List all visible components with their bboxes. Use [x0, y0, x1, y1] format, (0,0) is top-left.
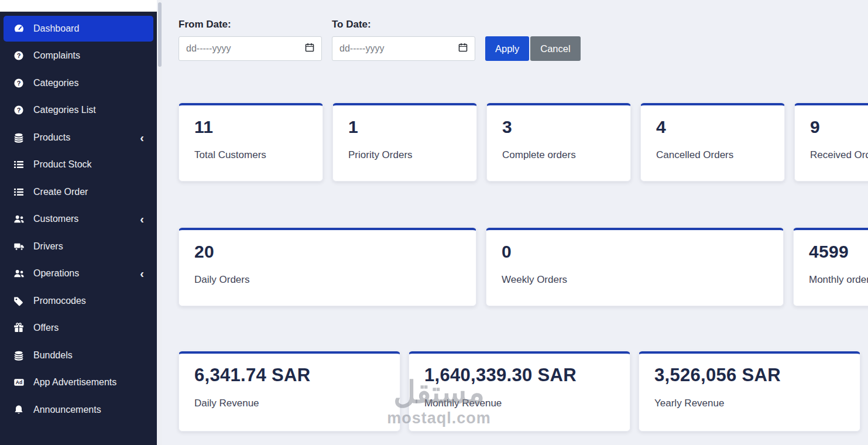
- sidebar-item-label: App Advertisements: [33, 377, 116, 388]
- sidebar-item-categories[interactable]: ? Categories: [4, 70, 153, 96]
- sidebar-item-label: Promocodes: [33, 296, 86, 306]
- sidebar-item-complaints[interactable]: ? Complaints: [4, 43, 153, 69]
- chevron-left-icon: ‹: [140, 268, 144, 279]
- stat-label: Priority Orders: [348, 149, 461, 162]
- stat-card-yearly-revenue: 3,526,056 SAR Yearly Revenue: [639, 351, 860, 432]
- sidebar-item-label: Create Order: [33, 187, 88, 197]
- sidebar-item-label: Product Stock: [33, 159, 92, 170]
- stat-value: 3: [502, 117, 615, 137]
- tag-icon: [13, 296, 25, 306]
- sidebar-item-label: Drivers: [33, 241, 63, 252]
- stat-value: 20: [194, 242, 461, 262]
- stat-card-priority-orders: 1 Priority Orders: [332, 103, 477, 182]
- stats-row-2: 20 Daily Orders 0 Weekly Orders 4599 Mon…: [179, 228, 868, 306]
- stat-value: 0: [502, 242, 768, 262]
- stat-value: 6,341.74 SAR: [194, 365, 385, 385]
- from-date-placeholder: dd-----yyyy: [186, 43, 231, 54]
- svg-text:?: ?: [17, 79, 21, 86]
- sidebar-item-label: Operations: [33, 268, 79, 279]
- cancel-button[interactable]: Cancel: [530, 36, 580, 61]
- list-icon: [13, 187, 25, 197]
- question-circle-icon: ?: [13, 78, 25, 88]
- chevron-left-icon: ‹: [140, 132, 144, 143]
- stat-label: Received Orders: [810, 149, 868, 162]
- sidebar-item-announcements[interactable]: Announcements: [4, 397, 153, 423]
- sidebar-top-strip: [0, 0, 157, 12]
- sidebar-item-app-advertisements[interactable]: Ad App Advertisements: [4, 369, 153, 395]
- filter-buttons: Apply Cancel: [485, 36, 581, 61]
- question-circle-icon: ?: [13, 105, 25, 115]
- stat-value: 4: [656, 117, 769, 137]
- ad-icon: Ad: [13, 377, 25, 388]
- users-icon: [13, 268, 25, 279]
- stat-label: Total Customers: [194, 149, 307, 162]
- stat-card-received-orders: 9 Received Orders: [794, 103, 868, 182]
- question-circle-icon: ?: [13, 50, 25, 61]
- date-filters: From Date: dd-----yyyy To Date: dd-----y…: [179, 19, 868, 61]
- calendar-icon[interactable]: [305, 43, 314, 54]
- stat-label: Monthly orders: [809, 273, 868, 286]
- sidebar-item-label: Categories List: [33, 105, 96, 115]
- calendar-icon[interactable]: [458, 43, 468, 54]
- chevron-left-icon: ‹: [140, 213, 144, 225]
- stats-row-1: 11 Total Customers 1 Priority Orders 3 C…: [179, 103, 868, 182]
- stat-card-weekly-orders: 0 Weekly Orders: [486, 228, 784, 306]
- coins-icon: [13, 132, 25, 143]
- sidebar: Dashboard ? Complaints ? Categories ? Ca…: [0, 0, 157, 445]
- stat-value: 1,640,339.30 SAR: [424, 365, 615, 385]
- sidebar-item-create-order[interactable]: Create Order: [4, 179, 153, 205]
- sidebar-item-label: Complaints: [33, 50, 80, 61]
- stat-value: 9: [810, 117, 868, 137]
- list-icon: [13, 159, 25, 170]
- sidebar-scrollbar[interactable]: [157, 0, 162, 445]
- stat-card-cancelled-orders: 4 Cancelled Orders: [640, 103, 785, 182]
- to-date-input[interactable]: dd-----yyyy: [332, 36, 475, 61]
- sidebar-item-operations[interactable]: Operations ‹: [4, 261, 153, 286]
- to-date-placeholder: dd-----yyyy: [339, 43, 384, 54]
- stat-label: Daily Revenue: [194, 397, 385, 410]
- from-date-input[interactable]: dd-----yyyy: [179, 36, 322, 61]
- dashboard-icon: [13, 23, 25, 34]
- sidebar-item-label: Bunddels: [33, 350, 73, 361]
- svg-text:?: ?: [17, 107, 21, 114]
- sidebar-item-offers[interactable]: Offers: [4, 315, 153, 341]
- stat-value: 1: [348, 117, 461, 137]
- to-date-group: To Date: dd-----yyyy: [332, 19, 475, 61]
- stats-row-3: 6,341.74 SAR Daily Revenue 1,640,339.30 …: [179, 351, 868, 432]
- sidebar-item-label: Customers: [33, 214, 78, 224]
- gift-icon: [13, 323, 25, 333]
- sidebar-item-label: Announcements: [33, 405, 101, 415]
- sidebar-item-categories-list[interactable]: ? Categories List: [4, 97, 153, 123]
- sidebar-item-bunddels[interactable]: Bunddels: [4, 343, 153, 368]
- sidebar-item-dashboard[interactable]: Dashboard: [4, 16, 153, 42]
- svg-text:?: ?: [17, 52, 21, 59]
- sidebar-item-promocodes[interactable]: Promocodes: [4, 288, 153, 314]
- stat-card-monthly-orders: 4599 Monthly orders: [793, 228, 868, 306]
- stat-card-total-customers: 11 Total Customers: [179, 103, 323, 182]
- from-date-group: From Date: dd-----yyyy: [179, 19, 322, 61]
- truck-icon: [13, 241, 25, 252]
- sidebar-item-label: Products: [33, 132, 70, 143]
- stat-label: Weekly Orders: [502, 273, 768, 286]
- sidebar-item-label: Offers: [33, 323, 59, 333]
- sidebar-item-drivers[interactable]: Drivers: [4, 234, 153, 259]
- stat-label: Daily Orders: [194, 273, 461, 286]
- coins-icon: [13, 350, 25, 361]
- stat-value: 11: [194, 117, 307, 137]
- stat-card-complete-orders: 3 Complete orders: [486, 103, 631, 182]
- stat-value: 3,526,056 SAR: [654, 365, 845, 385]
- stat-label: Complete orders: [502, 149, 615, 162]
- svg-text:Ad: Ad: [15, 379, 22, 385]
- sidebar-item-customers[interactable]: Customers ‹: [4, 206, 153, 232]
- sidebar-item-products[interactable]: Products ‹: [4, 125, 153, 150]
- scrollbar-thumb[interactable]: [158, 2, 162, 67]
- users-icon: [13, 214, 25, 224]
- stat-label: Monthly Revenue: [424, 397, 615, 410]
- bell-icon: [13, 405, 25, 415]
- stat-card-daily-orders: 20 Daily Orders: [179, 228, 476, 306]
- apply-button[interactable]: Apply: [485, 36, 529, 61]
- to-date-label: To Date:: [332, 19, 475, 30]
- stat-card-monthly-revenue: 1,640,339.30 SAR Monthly Revenue: [409, 351, 630, 432]
- sidebar-item-label: Categories: [33, 78, 78, 88]
- sidebar-item-product-stock[interactable]: Product Stock: [4, 152, 153, 177]
